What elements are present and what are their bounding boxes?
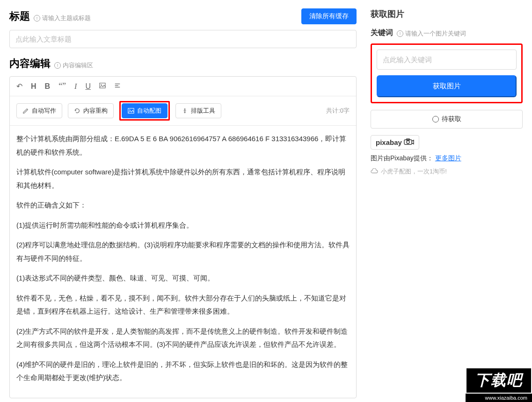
svg-point-1 <box>101 84 102 85</box>
keyword-label: 关键词 <box>371 28 393 38</box>
camera-icon <box>404 138 414 146</box>
underline-icon[interactable]: U <box>85 82 91 91</box>
word-count: 共计:0字 <box>326 107 350 115</box>
picture-icon <box>128 108 134 114</box>
layout-tool-button[interactable]: 排版工具 <box>175 103 221 118</box>
bold-icon[interactable]: B <box>45 82 51 91</box>
watermark: 下载吧 www.xiazaiba.com <box>466 367 532 402</box>
content-rebuild-button[interactable]: 内容重构 <box>68 103 114 118</box>
clear-cache-button[interactable]: 清除所有缓存 <box>301 8 357 24</box>
cloud-icon <box>371 168 378 175</box>
watermark-url: www.xiazaiba.com <box>466 394 532 402</box>
italic-icon[interactable]: I <box>74 82 77 91</box>
undo-icon[interactable]: ↶ <box>16 82 22 91</box>
title-label: 标题 <box>9 9 30 23</box>
auto-write-button[interactable]: 自动写作 <box>16 103 62 118</box>
info-icon: ! <box>34 15 40 22</box>
auto-image-highlight: 自动配图 <box>119 101 170 121</box>
action-toolbar: 自动写作 内容重构 自动配图 排版工具 共计:0字 <box>10 96 356 126</box>
info-icon: ! <box>54 62 61 69</box>
svg-point-6 <box>129 109 130 110</box>
content-paragraph: 软件看不见，无色，枯燥，看不见，摸不到，闻不到。软件大部分存在于人们的头脑或纸上… <box>16 292 350 318</box>
content-paragraph: (1)表达形式不同的硬件类型、颜色、味道、可见、可摸、可闻。 <box>16 272 350 285</box>
content-paragraph: 整个计算机系统由两部分组成：E.69DA 5 E 6 BA 9062616964… <box>16 132 350 159</box>
article-title-input[interactable] <box>9 30 357 48</box>
content-paragraph: 计算机软件(computer software)是指计算机系统中除硬件以外的所有… <box>16 165 350 192</box>
align-icon[interactable] <box>114 82 121 91</box>
pending-button[interactable]: 待获取 <box>371 110 523 129</box>
heading-icon[interactable]: H <box>31 82 36 91</box>
more-images-link[interactable]: 更多图片 <box>435 154 461 162</box>
editor-section-header: 内容编辑 ! 内容编辑区 <box>9 57 357 71</box>
content-paragraph: (4)维护不同的硬件是旧的，理论上软件是旧的，并不坏，但实际上软件也是旧的和坏的… <box>16 358 350 385</box>
svg-point-8 <box>407 141 409 144</box>
get-image-button[interactable]: 获取图片 <box>377 75 517 97</box>
editor-hint: ! 内容编辑区 <box>54 61 93 70</box>
content-paragraph: (2)生产方式不同的软件是开发，是人类智能的高发挥，而不是传统意义上的硬件制造。… <box>16 325 350 352</box>
layout-icon <box>182 108 188 114</box>
pencil-icon <box>22 108 29 114</box>
info-icon: ! <box>397 30 403 37</box>
editor-label: 内容编辑 <box>9 57 51 71</box>
refresh-icon <box>74 108 80 114</box>
quote-icon[interactable]: “” <box>58 81 66 91</box>
content-paragraph: 软件的正确含义如下： <box>16 199 350 212</box>
format-toolbar: ↶ H B “” I U <box>10 77 356 96</box>
footer-note: 小虎子配图，一次1淘币! <box>371 167 523 176</box>
content-paragraph: (1)提供运行时所需功能和性能的命令或计算机程序集合。 <box>16 219 350 232</box>
title-hint: ! 请输入主题或标题 <box>34 14 91 22</box>
keyword-highlight-box: 获取图片 <box>371 43 523 103</box>
pixabay-badge: pixabay <box>371 135 419 150</box>
content-paragraph: (2)程序可以满意地处理信息的数据结构。(3)说明程序功能要求和程序需要的文档的… <box>16 238 350 265</box>
keyword-header: 关键词 ! 请输入一个图片关键词 <box>371 28 523 38</box>
editor-content[interactable]: 整个计算机系统由两部分组成：E.69DA 5 E 6 BA 9062616964… <box>10 126 356 398</box>
get-image-title: 获取图片 <box>371 8 523 20</box>
keyword-hint: ! 请输入一个图片关键词 <box>397 29 466 38</box>
image-icon[interactable] <box>99 82 106 91</box>
title-section-header: 标题 ! 请输入主题或标题 清除所有缓存 <box>9 8 357 24</box>
provider-line: 图片由Pixabay提供： 更多图片 <box>371 154 523 163</box>
watermark-logo: 下载吧 <box>466 367 532 394</box>
keyword-input[interactable] <box>377 50 517 70</box>
circle-icon <box>432 116 439 122</box>
auto-image-button[interactable]: 自动配图 <box>122 103 168 118</box>
editor-container: ↶ H B “” I U 自动写作 <box>9 76 357 398</box>
